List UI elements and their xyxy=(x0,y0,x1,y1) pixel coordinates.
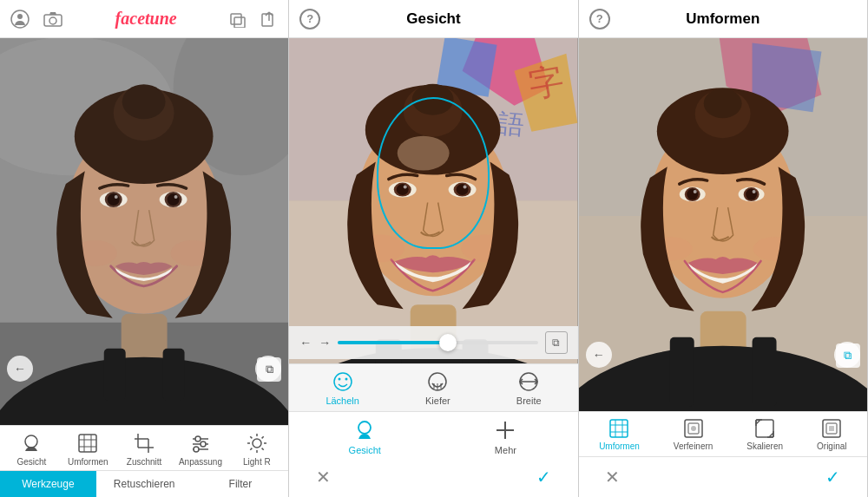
face-tool-lacheln-label: Lächeln xyxy=(326,396,359,406)
p3-tool-verfeinern-label: Verfeinern xyxy=(674,441,713,451)
slider-track[interactable] xyxy=(338,341,537,344)
svg-rect-31 xyxy=(79,435,96,452)
face-tool-kiefer-label: Kiefer xyxy=(425,396,450,406)
tool-anpassung-label: Anpassung xyxy=(179,457,222,467)
width-icon xyxy=(516,369,541,394)
crop-icon xyxy=(132,431,156,455)
tab-filter[interactable]: Filter xyxy=(193,471,289,497)
svg-point-3 xyxy=(49,17,56,24)
copy-btn-mid[interactable]: ⧉ xyxy=(545,331,568,354)
svg-rect-96 xyxy=(669,337,694,407)
action-mehr[interactable]: Mehr xyxy=(492,417,518,455)
p3-tool-original[interactable]: Original xyxy=(817,417,846,451)
tab-werkzeuge[interactable]: Werkzeuge xyxy=(0,471,96,497)
reshape-icon xyxy=(76,431,100,455)
p3-tools-row: Umformen Verfeinern xyxy=(579,411,867,456)
svg-point-79 xyxy=(334,373,352,390)
copy-btn-right[interactable]: ⧉ xyxy=(836,343,860,368)
slider-fill xyxy=(338,341,448,344)
svg-point-1 xyxy=(17,14,23,19)
p3-tool-original-label: Original xyxy=(817,441,846,451)
window-icon[interactable] xyxy=(229,10,247,28)
panel-left: facetune xyxy=(0,0,289,497)
jaw-icon xyxy=(425,369,450,394)
tool-light[interactable]: Light R xyxy=(235,431,279,467)
plus-icon xyxy=(492,417,518,443)
svg-text:語: 語 xyxy=(496,108,525,139)
p3-tool-verfeinern[interactable]: Verfeinern xyxy=(674,417,713,451)
face-center-icon xyxy=(352,417,378,443)
tool-icons-left: Gesicht Umformen xyxy=(0,426,288,470)
portrait-icon[interactable] xyxy=(10,10,30,29)
copy-btn-left[interactable]: ⧉ xyxy=(257,357,281,382)
confirm-bar-right: ✕ ✓ xyxy=(579,456,867,497)
svg-rect-5 xyxy=(234,17,245,28)
svg-point-88 xyxy=(358,422,371,434)
p3-tool-umformen-label: Umformen xyxy=(599,441,640,451)
action-items-mid: Gesicht Mehr xyxy=(289,412,577,461)
photo-area-left: ← → ⧉ xyxy=(0,38,288,425)
svg-point-101 xyxy=(703,88,741,118)
slider-thumb[interactable] xyxy=(439,334,457,351)
svg-point-80 xyxy=(338,378,340,381)
tool-zuschnitt-label: Zuschnitt xyxy=(127,457,162,467)
svg-point-30 xyxy=(25,435,37,448)
tool-gesicht[interactable]: Gesicht xyxy=(10,431,53,467)
svg-line-51 xyxy=(250,436,252,438)
tool-umformen[interactable]: Umformen xyxy=(66,431,109,467)
face-tool-breite[interactable]: Breite xyxy=(516,369,542,406)
cancel-btn-mid[interactable]: ✕ xyxy=(310,464,336,490)
svg-rect-112 xyxy=(610,420,628,437)
panel-mid-title: Gesicht xyxy=(320,10,546,28)
panel-left-header: facetune xyxy=(0,0,288,38)
svg-point-76 xyxy=(464,186,467,189)
tool-light-label: Light R xyxy=(243,457,271,467)
header-icons: facetune xyxy=(10,9,278,29)
svg-point-105 xyxy=(693,190,696,193)
tool-anpassung[interactable]: Anpassung xyxy=(179,431,222,467)
svg-rect-4 xyxy=(231,14,241,24)
panel-mid: ? Gesicht 字 語 xyxy=(289,0,578,497)
tab-retuschieren[interactable]: Retuschieren xyxy=(96,471,193,497)
face-icon xyxy=(19,431,43,455)
prev-arrow-right[interactable]: ← xyxy=(586,342,612,368)
prev-arrow-left[interactable]: ← xyxy=(7,356,33,382)
help-btn-mid[interactable]: ? xyxy=(299,9,320,29)
help-btn-right[interactable]: ? xyxy=(589,9,610,29)
face-tool-breite-label: Breite xyxy=(516,396,542,406)
scale-icon xyxy=(753,417,776,440)
p3-tool-skalieren[interactable]: Skalieren xyxy=(746,417,783,451)
facetune-logo: facetune xyxy=(115,9,177,28)
confirm-btn-mid[interactable]: ✓ xyxy=(531,464,557,490)
svg-point-109 xyxy=(752,190,755,193)
panel-mid-header: ? Gesicht xyxy=(289,0,577,38)
svg-point-19 xyxy=(122,84,166,119)
cancel-btn-right[interactable]: ✕ xyxy=(600,464,626,490)
svg-point-27 xyxy=(174,195,178,199)
svg-point-119 xyxy=(691,426,696,431)
face-tool-lacheln[interactable]: Lächeln xyxy=(326,369,359,406)
svg-point-45 xyxy=(194,447,199,452)
action-gesicht[interactable]: Gesicht xyxy=(349,417,381,455)
tool-umformen-label: Umformen xyxy=(68,457,108,467)
share-icon[interactable] xyxy=(260,10,278,28)
svg-rect-127 xyxy=(829,426,834,431)
svg-rect-97 xyxy=(752,337,776,407)
p3-tool-umformen[interactable]: Umformen xyxy=(599,417,640,451)
confirm-btn-right[interactable]: ✓ xyxy=(820,464,846,490)
confirm-bar-mid: ✕ ✓ xyxy=(289,461,577,497)
svg-point-26 xyxy=(168,193,180,206)
face-tool-kiefer[interactable]: Kiefer xyxy=(425,369,450,406)
svg-text:字: 字 xyxy=(527,60,568,104)
slider-container: ← → ⧉ xyxy=(289,326,577,359)
tool-zuschnitt[interactable]: Zuschnitt xyxy=(122,431,166,467)
svg-point-22 xyxy=(108,193,120,206)
tab-bar-left: Werkzeuge Retuschieren Filter xyxy=(0,470,288,497)
camera-icon[interactable] xyxy=(43,10,62,28)
svg-rect-14 xyxy=(104,349,126,401)
svg-rect-15 xyxy=(163,349,185,401)
photo-area-mid: 字 語 xyxy=(289,38,577,363)
svg-point-104 xyxy=(687,189,698,200)
svg-rect-6 xyxy=(262,14,273,26)
slider-right-arrow: → xyxy=(319,336,331,350)
